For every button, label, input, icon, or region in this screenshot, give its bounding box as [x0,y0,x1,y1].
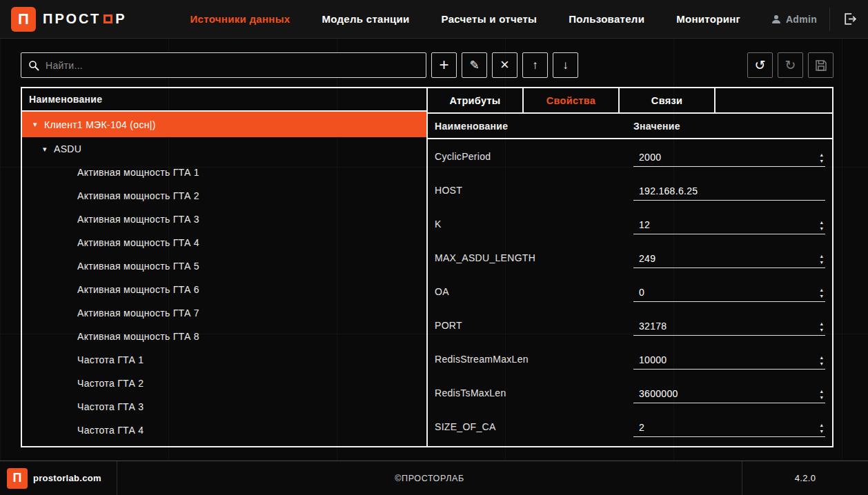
tree-item[interactable]: Частота ГТА 2 [22,372,426,395]
tree-item-label: Частота ГТА 3 [77,401,144,412]
move-down-button[interactable]: ↓ [553,52,578,78]
footer-site-link[interactable]: prostorlab.com [33,473,101,483]
tree-item[interactable]: Активная мощность ГТА 7 [22,301,426,325]
tree-item[interactable]: Активная мощность ГТА 1 [22,161,426,184]
tree-item-selected[interactable]: ▾ Клиент1 МЭК-104 (осн|) [22,112,426,137]
property-value-input[interactable] [633,152,818,166]
nav-item[interactable]: Мониторинг [676,13,740,25]
tree-item-label: Активная мощность ГТА 8 [77,331,199,342]
property-value-input[interactable] [633,253,818,267]
tree-item-label: Активная мощность ГТА 2 [77,190,199,201]
property-row: RedisStreamMaxLen ▴ ▾ [428,342,832,376]
tree-panel: Наименование ▾ Клиент1 МЭК-104 (осн|) ▾ … [21,87,428,447]
edit-button[interactable]: ✎ [462,52,487,78]
spinner-up-icon[interactable]: ▴ [820,152,823,158]
user-menu[interactable]: Admin [771,14,817,25]
spinner: ▴ ▾ [818,152,825,166]
property-value-input[interactable] [633,321,818,335]
undo-icon: ↺ [755,57,766,73]
brand-logo-letter: П [18,10,29,28]
tab[interactable]: Свойства [524,88,620,112]
brand-name-part1: ПРОСТ [43,11,101,27]
property-value-input[interactable] [633,185,818,200]
user-area: Admin [771,8,857,31]
property-value: ▴ ▾ [633,383,832,403]
redo-icon: ↻ [785,57,796,73]
tree-item[interactable]: Активная мощность ГТА 2 [22,184,426,208]
brand-name: ПРОСТ Р [43,11,127,27]
nav-item[interactable]: Пользователи [569,13,644,25]
brand-o-square-icon [103,14,112,23]
tree-item[interactable]: Активная мощность ГТА 3 [22,208,426,231]
tree-item[interactable]: Активная мощность ГТА 8 [22,325,426,348]
tree-item-group[interactable]: ▾ ASDU [22,137,426,161]
nav-item[interactable]: Расчеты и отчеты [442,13,537,25]
spinner-down-icon[interactable]: ▾ [820,327,823,333]
spinner-down-icon[interactable]: ▾ [820,294,823,299]
redo-button[interactable]: ↻ [778,52,803,78]
tree-item[interactable]: Частота ГТА 4 [22,418,426,442]
property-row: PORT ▴ ▾ [428,308,832,342]
tab[interactable]: Атрибуты [428,88,524,112]
spinner-down-icon[interactable]: ▾ [820,395,823,401]
spinner-up-icon[interactable]: ▴ [820,287,823,293]
tree-item-label: Активная мощность ГТА 4 [77,237,199,248]
spinner: ▴ ▾ [818,220,825,234]
caret-down-icon[interactable]: ▾ [26,120,44,129]
user-name: Admin [786,14,817,25]
property-name: PORT [435,320,633,331]
move-up-button[interactable]: ↑ [522,52,548,78]
tree-item[interactable]: Частота ГТА 1 [22,348,426,372]
spinner: ▴ ▾ [818,321,825,335]
tree-item[interactable]: Активная мощность ГТА 5 [22,254,426,278]
property-value-input[interactable] [633,219,818,234]
tree-leaves: Активная мощность ГТА 1 Активная мощност… [22,161,426,442]
spinner-down-icon[interactable]: ▾ [820,159,823,164]
nav-item[interactable]: Модель станции [322,13,409,25]
footer-brand[interactable]: П prostorlab.com [0,461,117,495]
spinner-down-icon[interactable]: ▾ [820,226,823,232]
nav-item[interactable]: Источники данных [190,13,290,25]
undo-button[interactable]: ↺ [747,52,773,78]
spinner-up-icon[interactable]: ▴ [820,355,823,361]
property-row: SIZE_OF_CA ▴ ▾ [428,410,832,443]
delete-button[interactable]: × [492,52,517,78]
property-name: HOST [435,185,633,196]
add-button[interactable]: + [431,52,457,78]
spinner-down-icon[interactable]: ▾ [820,361,823,367]
logout-button[interactable] [842,12,857,26]
spinner-up-icon[interactable]: ▴ [820,389,823,394]
property-value-input[interactable] [633,354,818,369]
property-row: HOST ▴ ▾ [428,173,832,207]
spinner-up-icon[interactable]: ▴ [820,220,823,225]
footer-version: 4.2.0 [742,461,868,495]
search-box[interactable] [21,52,426,78]
brand-logo-icon: П [11,7,36,32]
save-button[interactable] [808,52,834,78]
tab[interactable]: Связи [620,88,716,112]
property-row: RedisTsMaxLen ▴ ▾ [428,376,832,410]
brand-logo[interactable]: П ПРОСТ Р [11,7,127,32]
spinner-up-icon[interactable]: ▴ [820,423,823,428]
property-value-input[interactable] [633,388,818,403]
tree-item-label: Активная мощность ГТА 7 [77,307,199,319]
property-name: MAX_ASDU_LENGTH [435,252,633,263]
tree-item[interactable]: Активная мощность ГТА 6 [22,278,426,301]
save-icon [815,59,827,72]
search-input[interactable] [46,60,419,71]
tree-item-label: Активная мощность ГТА 3 [77,214,199,225]
tree-item[interactable]: Активная мощность ГТА 4 [22,231,426,254]
properties-table-header: Наименование Значение [428,114,832,139]
topbar-divider [829,8,830,31]
tab-filler [716,88,832,112]
property-value-input[interactable] [633,422,818,436]
tree-item-label: Частота ГТА 2 [77,378,144,389]
spinner-up-icon[interactable]: ▴ [820,254,823,259]
footer: П prostorlab.com ©ПРОСТОРЛАБ 4.2.0 [0,461,868,495]
caret-down-icon[interactable]: ▾ [36,145,54,154]
tree-item[interactable]: Частота ГТА 3 [22,395,426,418]
spinner-down-icon[interactable]: ▾ [820,260,823,265]
spinner-down-icon[interactable]: ▾ [820,429,823,434]
spinner-up-icon[interactable]: ▴ [820,321,823,327]
property-value-input[interactable] [633,287,818,301]
